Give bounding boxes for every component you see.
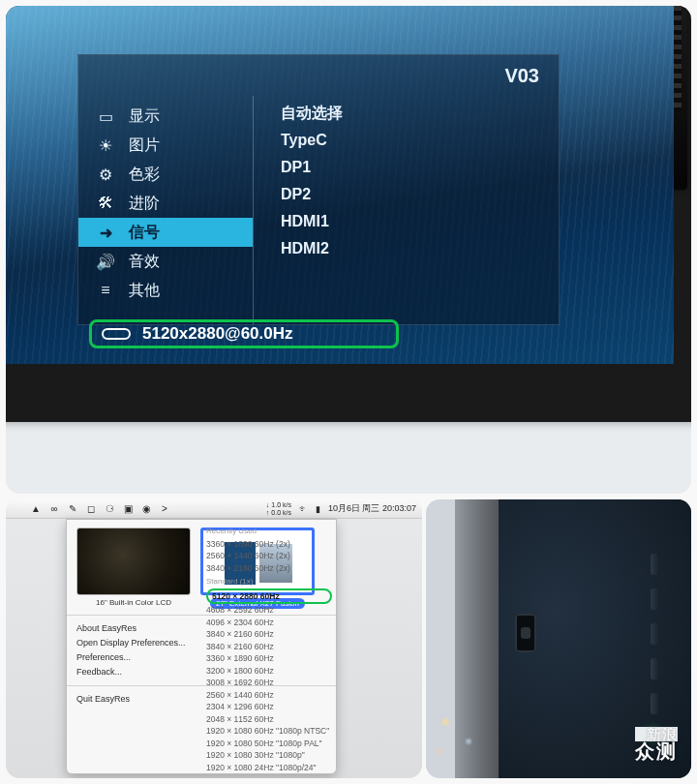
usb-c-icon [102,328,131,340]
reslist-row[interactable]: 3840 × 2160 60Hz [206,628,332,641]
reslist-row[interactable]: 3360 × 1890 60Hz [206,652,332,665]
menubar-icon[interactable]: ⚆ [104,503,115,514]
osd-menu-picture-label: 图片 [129,136,160,156]
monitor-button[interactable] [651,658,658,679]
mac-menubar: ▲ ∞ ✎ ◻ ⚆ ▣ ◉ > ↓ 1.0 k/s ↑ 0.0 k/s ᯤ ▮ … [6,499,422,519]
osd-menu-other[interactable]: ≡ 其他 [96,276,253,305]
reslist-row[interactable]: 4608 × 2592 60Hz [206,604,332,617]
osd-menu-display[interactable]: ▭ 显示 [96,102,253,131]
osd-submenu: 自动选择 TypeC DP1 DP2 HDMI1 HDMI2 [253,96,559,324]
menubar-icon[interactable]: ▣ [122,503,134,514]
reslist-row[interactable]: 1920 × 1080 60Hz "1080p NTSC" [206,725,332,738]
clock-text[interactable]: 10月6日 周三 20:03:07 [328,502,416,515]
reslist-row[interactable]: 3360 × 1890 60Hz (2x) [206,538,332,551]
monitor-button[interactable] [651,588,658,610]
osd-menu-signal-label: 信号 [129,223,160,243]
easyres-popup: 16" Built-in Color LCD 27" External X27 … [66,519,337,774]
watermark-line1: 新浪 [635,727,678,741]
osd-menu-audio[interactable]: 🔊 音效 [96,247,253,276]
battery-icon[interactable]: ▮ [316,504,320,514]
top-photo: V03 ▭ 显示 ☀ 图片 ⚙ 色彩 [6,6,691,494]
menubar-icon[interactable]: ▲ [30,503,42,514]
osd-main-menu: ▭ 显示 ☀ 图片 ⚙ 色彩 🛠 进阶 [78,96,253,324]
watermark: 新浪 众测 [635,727,678,761]
reslist-row[interactable]: 3840 × 2160 60Hz [206,641,332,653]
reslist-row[interactable]: 1920 × 1080 30Hz "1080p" [206,749,332,762]
osd-version-label: V03 [504,65,539,87]
watermark-line2: 众测 [635,741,678,761]
osd-opt-hdmi2[interactable]: HDMI2 [281,235,559,262]
reslist-row[interactable]: 3840 × 2160 60Hz (2x) [206,562,332,575]
osd-menu-signal[interactable]: ➜ 信号 [78,218,253,247]
list-icon: ≡ [96,282,115,299]
menubar-icon[interactable]: ◉ [140,503,152,514]
osd-menu-audio-label: 音效 [129,252,160,272]
reslist-row[interactable]: 2048 × 1152 60Hz [206,713,332,726]
osd-menu-display-label: 显示 [129,106,160,127]
speaker-icon: 🔊 [96,253,115,271]
reslist-standard-header: Standard (1x) [206,576,332,588]
net-speed-indicator: ↓ 1.0 k/s ↑ 0.0 k/s [266,501,291,517]
monitor-button[interactable] [651,693,658,714]
osd-panel: V03 ▭ 显示 ☀ 图片 ⚙ 色彩 [77,54,560,325]
reslist-row[interactable]: 2560 × 1440 60Hz (2x) [206,550,332,562]
monitor-button[interactable] [651,554,658,575]
display-thumb-internal-label: 16" Built-in Color LCD [96,598,171,607]
reslist-recent-header: Recently Used [206,526,332,538]
reslist-row-highlight[interactable]: 5120 × 2880 60Hz [206,588,332,605]
menubar-status: ↓ 1.0 k/s ↑ 0.0 k/s ᯤ ▮ 10月6日 周三 20:03:0… [266,501,416,517]
reslist-row[interactable]: 2304 × 1296 60Hz [206,701,332,713]
osd-menu-other-label: 其他 [129,281,160,301]
osd-opt-typec[interactable]: TypeC [281,127,559,154]
osd-status-highlight: 5120x2880@60.0Hz [89,319,399,348]
monitor-side-photo: 新浪 众测 [426,499,691,778]
reslist-row[interactable]: 3200 × 1800 60Hz [206,665,332,678]
wrench-icon: 🛠 [96,195,115,212]
menubar-icon[interactable]: ∞ [48,503,60,514]
menubar-icon[interactable]: ✎ [67,503,78,514]
osd-menu-color-label: 色彩 [129,165,160,185]
osd-opt-dp1[interactable]: DP1 [281,154,559,181]
menubar-icon[interactable]: > [159,503,170,514]
resolution-list: Recently Used 3360 × 1890 60Hz (2x) 2560… [206,524,332,773]
display-thumb-internal[interactable]: 16" Built-in Color LCD [76,528,191,609]
osd-menu-advanced[interactable]: 🛠 进阶 [96,189,253,218]
mac-screenshot: ▲ ∞ ✎ ◻ ⚆ ▣ ◉ > ↓ 1.0 k/s ↑ 0.0 k/s ᯤ ▮ … [6,499,422,778]
reslist-row[interactable]: 1920 × 1080 24Hz "1080p/24" [206,762,332,774]
brightness-icon: ☀ [96,136,115,155]
reslist-row[interactable]: 4096 × 2304 60Hz [206,617,332,629]
osd-menu-picture[interactable]: ☀ 图片 [96,131,253,160]
input-icon: ➜ [96,224,115,242]
osd-menu-color[interactable]: ⚙ 色彩 [96,160,253,189]
osd-status-text: 5120x2880@60.0Hz [142,324,293,344]
display-icon: ▭ [96,107,115,126]
color-icon: ⚙ [96,166,115,184]
osd-menu-advanced-label: 进阶 [129,194,160,214]
osd-opt-dp2[interactable]: DP2 [281,181,559,208]
reslist-row[interactable]: 1920 × 1080 50Hz "1080p PAL" [206,738,332,750]
display-thumb-internal-image [76,528,191,595]
reslist-row[interactable]: 3008 × 1692 60Hz [206,677,332,689]
background-bokeh [426,683,503,770]
osd-opt-hdmi1[interactable]: HDMI1 [281,208,559,235]
monitor-bezel: V03 ▭ 显示 ☀ 图片 ⚙ 色彩 [6,6,691,422]
wifi-icon[interactable]: ᯤ [299,504,308,514]
monitor-button[interactable] [651,623,658,645]
monitor-screen: V03 ▭ 显示 ☀ 图片 ⚙ 色彩 [6,6,674,364]
usb-c-port [515,614,536,652]
reslist-row[interactable]: 2560 × 1440 60Hz [206,689,332,702]
osd-opt-auto[interactable]: 自动选择 [281,100,559,127]
menubar-icon[interactable]: ◻ [85,503,97,514]
